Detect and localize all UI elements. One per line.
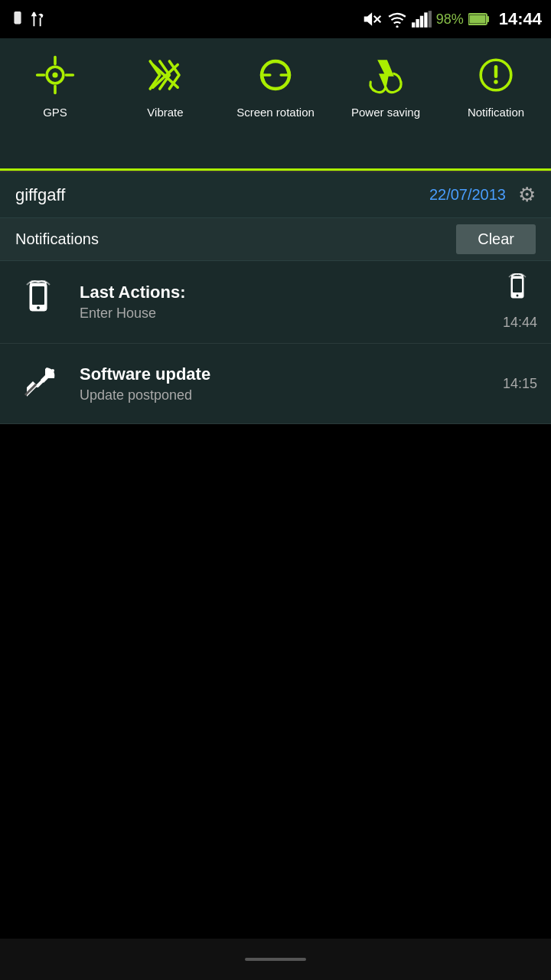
qs-gps[interactable]: GPS	[0, 38, 110, 171]
wifi-icon	[387, 11, 407, 28]
last-actions-icon	[14, 275, 69, 330]
mute-icon	[363, 11, 383, 28]
qs-screen-rotation-label: Screen rotation	[236, 106, 315, 119]
home-indicator	[245, 958, 306, 961]
last-actions-right-icon	[505, 273, 537, 309]
svg-rect-5	[412, 22, 415, 28]
qs-power-saving-label: Power saving	[351, 106, 420, 119]
network-bar: giffgaff 22/07/2013 ⚙	[0, 172, 551, 218]
vibrate-icon	[142, 52, 188, 98]
svg-rect-11	[487, 16, 489, 22]
software-update-sub: Update postponed	[80, 387, 492, 403]
svg-point-29	[517, 295, 519, 297]
last-actions-time: 14:44	[503, 315, 537, 331]
notification-software-update[interactable]: Software update Update postponed 14:15	[0, 344, 551, 424]
screen-rotation-icon	[253, 52, 298, 98]
last-actions-right: 14:44	[503, 273, 537, 331]
tools-icon	[29, 11, 46, 28]
svg-point-14	[52, 72, 57, 77]
svg-rect-28	[513, 279, 522, 292]
battery-percent: 98%	[436, 11, 464, 28]
software-update-title: Software update	[80, 364, 492, 384]
svg-rect-6	[416, 19, 419, 28]
network-name: giffgaff	[15, 185, 429, 205]
notifications-title: Notifications	[15, 230, 456, 248]
qs-gps-label: GPS	[43, 106, 67, 119]
notifications-header: Notifications Clear	[0, 218, 551, 261]
last-actions-title: Last Actions:	[80, 283, 492, 302]
network-date: 22/07/2013	[429, 186, 506, 204]
software-update-content: Software update Update postponed	[69, 364, 503, 403]
quick-settings-bar: GPS Vibrate Screen rotati	[0, 38, 551, 172]
software-update-time: 14:15	[503, 376, 537, 392]
last-actions-content: Last Actions: Enter House	[69, 283, 503, 322]
svg-rect-12	[469, 15, 485, 24]
last-actions-sub: Enter House	[80, 305, 492, 322]
status-bar: 98% 14:44	[0, 0, 551, 38]
svg-point-23	[494, 80, 497, 83]
svg-rect-25	[32, 286, 44, 305]
svg-point-4	[396, 25, 398, 28]
qs-vibrate[interactable]: Vibrate	[110, 38, 220, 171]
bottom-bar	[0, 939, 551, 980]
status-time: 14:44	[499, 9, 542, 29]
svg-rect-9	[428, 11, 431, 28]
battery-icon	[468, 11, 490, 27]
qs-power-saving[interactable]: Power saving	[331, 38, 441, 171]
qs-vibrate-label: Vibrate	[147, 106, 183, 119]
svg-marker-1	[364, 12, 371, 25]
notification-last-actions[interactable]: Last Actions: Enter House 14:44	[0, 261, 551, 344]
clear-button[interactable]: Clear	[456, 224, 536, 254]
svg-rect-8	[424, 12, 427, 28]
phone-icon	[9, 11, 26, 28]
svg-rect-0	[14, 11, 21, 24]
qs-screen-rotation[interactable]: Screen rotation	[220, 38, 331, 171]
power-saving-icon	[363, 52, 409, 98]
settings-gear-icon[interactable]: ⚙	[518, 183, 536, 207]
software-update-right: 14:15	[503, 376, 537, 392]
signal-icon	[412, 11, 432, 28]
qs-notification-label: Notification	[468, 106, 524, 119]
software-update-icon	[14, 356, 69, 411]
gps-icon	[32, 52, 78, 98]
qs-notification[interactable]: Notification	[441, 38, 551, 171]
notification-icon	[473, 52, 519, 98]
svg-point-26	[37, 306, 40, 309]
svg-rect-7	[420, 16, 423, 28]
